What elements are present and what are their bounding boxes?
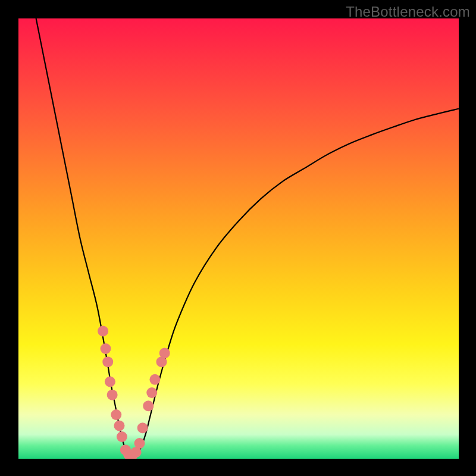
gradient-background: [18, 18, 459, 459]
plot-area: [18, 18, 459, 459]
data-point: [105, 377, 115, 387]
data-point: [143, 400, 154, 411]
chart-svg: [18, 18, 459, 459]
data-point: [114, 421, 124, 431]
data-point: [159, 347, 170, 358]
data-point: [111, 409, 121, 420]
data-point: [101, 343, 111, 354]
data-point: [149, 374, 160, 385]
outer-black-frame: TheBottleneck.com: [0, 0, 476, 476]
data-point: [134, 438, 145, 449]
watermark-text: TheBottleneck.com: [346, 4, 470, 20]
data-point: [102, 356, 113, 367]
data-point: [107, 390, 118, 400]
data-point: [137, 422, 148, 433]
data-point: [98, 325, 108, 336]
data-point: [146, 387, 157, 398]
data-point: [117, 431, 127, 442]
